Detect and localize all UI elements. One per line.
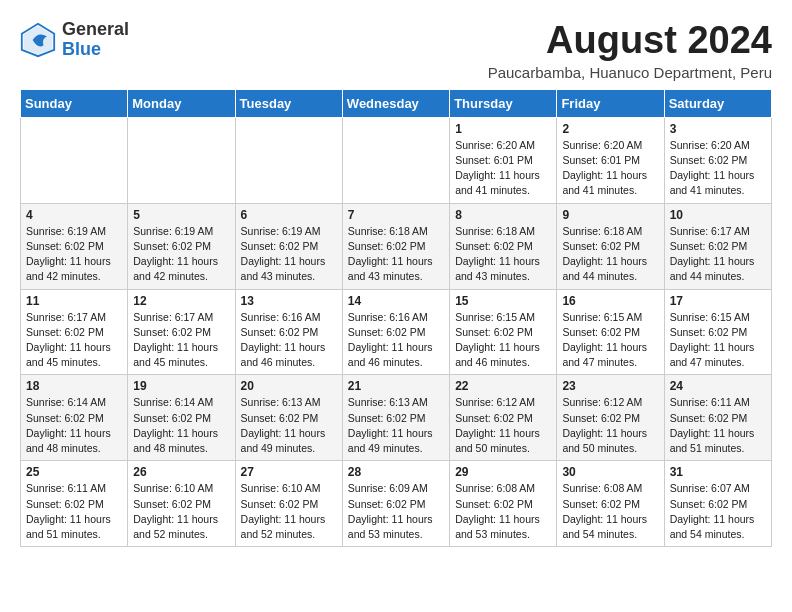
calendar-cell: 24Sunrise: 6:11 AM Sunset: 6:02 PM Dayli… [664,375,771,461]
cell-info: Sunrise: 6:18 AM Sunset: 6:02 PM Dayligh… [562,224,659,285]
calendar-cell: 9Sunrise: 6:18 AM Sunset: 6:02 PM Daylig… [557,203,664,289]
cell-info: Sunrise: 6:17 AM Sunset: 6:02 PM Dayligh… [26,310,123,371]
logo-general: General [62,19,129,39]
weekday-header-tuesday: Tuesday [235,89,342,117]
day-number: 14 [348,294,445,308]
calendar-table: SundayMondayTuesdayWednesdayThursdayFrid… [20,89,772,547]
calendar-cell: 22Sunrise: 6:12 AM Sunset: 6:02 PM Dayli… [450,375,557,461]
calendar-cell: 2Sunrise: 6:20 AM Sunset: 6:01 PM Daylig… [557,117,664,203]
weekday-header-friday: Friday [557,89,664,117]
day-number: 25 [26,465,123,479]
day-number: 7 [348,208,445,222]
cell-info: Sunrise: 6:20 AM Sunset: 6:02 PM Dayligh… [670,138,767,199]
cell-info: Sunrise: 6:07 AM Sunset: 6:02 PM Dayligh… [670,481,767,542]
calendar-cell: 4Sunrise: 6:19 AM Sunset: 6:02 PM Daylig… [21,203,128,289]
weekday-header-monday: Monday [128,89,235,117]
day-number: 12 [133,294,230,308]
calendar-cell: 11Sunrise: 6:17 AM Sunset: 6:02 PM Dayli… [21,289,128,375]
calendar-cell: 27Sunrise: 6:10 AM Sunset: 6:02 PM Dayli… [235,461,342,547]
calendar-cell: 1Sunrise: 6:20 AM Sunset: 6:01 PM Daylig… [450,117,557,203]
calendar-cell: 8Sunrise: 6:18 AM Sunset: 6:02 PM Daylig… [450,203,557,289]
day-number: 11 [26,294,123,308]
cell-info: Sunrise: 6:19 AM Sunset: 6:02 PM Dayligh… [26,224,123,285]
weekday-header-thursday: Thursday [450,89,557,117]
calendar-cell: 28Sunrise: 6:09 AM Sunset: 6:02 PM Dayli… [342,461,449,547]
day-number: 22 [455,379,552,393]
day-number: 16 [562,294,659,308]
cell-info: Sunrise: 6:09 AM Sunset: 6:02 PM Dayligh… [348,481,445,542]
cell-info: Sunrise: 6:13 AM Sunset: 6:02 PM Dayligh… [241,395,338,456]
cell-info: Sunrise: 6:10 AM Sunset: 6:02 PM Dayligh… [133,481,230,542]
calendar-cell: 15Sunrise: 6:15 AM Sunset: 6:02 PM Dayli… [450,289,557,375]
calendar-cell: 3Sunrise: 6:20 AM Sunset: 6:02 PM Daylig… [664,117,771,203]
cell-info: Sunrise: 6:08 AM Sunset: 6:02 PM Dayligh… [562,481,659,542]
week-row-5: 25Sunrise: 6:11 AM Sunset: 6:02 PM Dayli… [21,461,772,547]
calendar-cell [342,117,449,203]
calendar-cell: 26Sunrise: 6:10 AM Sunset: 6:02 PM Dayli… [128,461,235,547]
week-row-1: 1Sunrise: 6:20 AM Sunset: 6:01 PM Daylig… [21,117,772,203]
day-number: 21 [348,379,445,393]
calendar-cell: 31Sunrise: 6:07 AM Sunset: 6:02 PM Dayli… [664,461,771,547]
cell-info: Sunrise: 6:15 AM Sunset: 6:02 PM Dayligh… [455,310,552,371]
weekday-header-sunday: Sunday [21,89,128,117]
title-block: August 2024 Paucarbamba, Huanuco Departm… [488,20,772,81]
day-number: 3 [670,122,767,136]
cell-info: Sunrise: 6:16 AM Sunset: 6:02 PM Dayligh… [241,310,338,371]
cell-info: Sunrise: 6:12 AM Sunset: 6:02 PM Dayligh… [455,395,552,456]
day-number: 26 [133,465,230,479]
calendar-cell: 7Sunrise: 6:18 AM Sunset: 6:02 PM Daylig… [342,203,449,289]
day-number: 13 [241,294,338,308]
logo-text: General Blue [62,20,129,60]
day-number: 6 [241,208,338,222]
day-number: 31 [670,465,767,479]
cell-info: Sunrise: 6:08 AM Sunset: 6:02 PM Dayligh… [455,481,552,542]
day-number: 15 [455,294,552,308]
day-number: 9 [562,208,659,222]
day-number: 8 [455,208,552,222]
day-number: 18 [26,379,123,393]
calendar-cell: 18Sunrise: 6:14 AM Sunset: 6:02 PM Dayli… [21,375,128,461]
day-number: 29 [455,465,552,479]
cell-info: Sunrise: 6:18 AM Sunset: 6:02 PM Dayligh… [348,224,445,285]
day-number: 28 [348,465,445,479]
cell-info: Sunrise: 6:14 AM Sunset: 6:02 PM Dayligh… [133,395,230,456]
calendar-cell: 25Sunrise: 6:11 AM Sunset: 6:02 PM Dayli… [21,461,128,547]
day-number: 24 [670,379,767,393]
calendar-cell [128,117,235,203]
cell-info: Sunrise: 6:18 AM Sunset: 6:02 PM Dayligh… [455,224,552,285]
cell-info: Sunrise: 6:15 AM Sunset: 6:02 PM Dayligh… [670,310,767,371]
cell-info: Sunrise: 6:15 AM Sunset: 6:02 PM Dayligh… [562,310,659,371]
calendar-cell: 12Sunrise: 6:17 AM Sunset: 6:02 PM Dayli… [128,289,235,375]
calendar-cell: 20Sunrise: 6:13 AM Sunset: 6:02 PM Dayli… [235,375,342,461]
calendar-cell: 21Sunrise: 6:13 AM Sunset: 6:02 PM Dayli… [342,375,449,461]
cell-info: Sunrise: 6:12 AM Sunset: 6:02 PM Dayligh… [562,395,659,456]
cell-info: Sunrise: 6:10 AM Sunset: 6:02 PM Dayligh… [241,481,338,542]
calendar-cell: 19Sunrise: 6:14 AM Sunset: 6:02 PM Dayli… [128,375,235,461]
cell-info: Sunrise: 6:17 AM Sunset: 6:02 PM Dayligh… [133,310,230,371]
calendar-cell: 13Sunrise: 6:16 AM Sunset: 6:02 PM Dayli… [235,289,342,375]
cell-info: Sunrise: 6:17 AM Sunset: 6:02 PM Dayligh… [670,224,767,285]
calendar-cell: 30Sunrise: 6:08 AM Sunset: 6:02 PM Dayli… [557,461,664,547]
calendar-cell: 5Sunrise: 6:19 AM Sunset: 6:02 PM Daylig… [128,203,235,289]
cell-info: Sunrise: 6:14 AM Sunset: 6:02 PM Dayligh… [26,395,123,456]
day-number: 30 [562,465,659,479]
calendar-cell [235,117,342,203]
calendar-cell: 16Sunrise: 6:15 AM Sunset: 6:02 PM Dayli… [557,289,664,375]
calendar-cell: 14Sunrise: 6:16 AM Sunset: 6:02 PM Dayli… [342,289,449,375]
cell-info: Sunrise: 6:11 AM Sunset: 6:02 PM Dayligh… [26,481,123,542]
day-number: 27 [241,465,338,479]
week-row-2: 4Sunrise: 6:19 AM Sunset: 6:02 PM Daylig… [21,203,772,289]
month-year: August 2024 [488,20,772,62]
calendar-cell: 29Sunrise: 6:08 AM Sunset: 6:02 PM Dayli… [450,461,557,547]
cell-info: Sunrise: 6:20 AM Sunset: 6:01 PM Dayligh… [562,138,659,199]
calendar-cell: 6Sunrise: 6:19 AM Sunset: 6:02 PM Daylig… [235,203,342,289]
cell-info: Sunrise: 6:11 AM Sunset: 6:02 PM Dayligh… [670,395,767,456]
weekday-header-saturday: Saturday [664,89,771,117]
day-number: 1 [455,122,552,136]
day-number: 4 [26,208,123,222]
logo-icon [20,22,56,58]
header: General Blue August 2024 Paucarbamba, Hu… [20,20,772,81]
cell-info: Sunrise: 6:19 AM Sunset: 6:02 PM Dayligh… [241,224,338,285]
cell-info: Sunrise: 6:20 AM Sunset: 6:01 PM Dayligh… [455,138,552,199]
day-number: 5 [133,208,230,222]
